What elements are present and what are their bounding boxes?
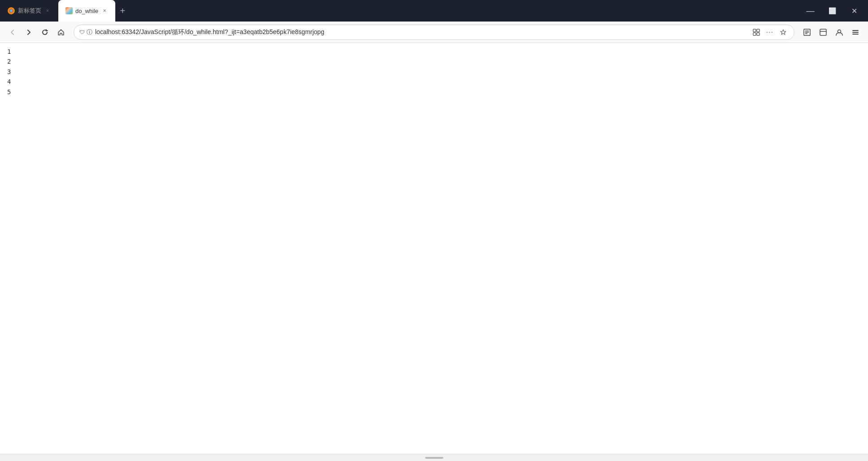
account-button[interactable] (832, 25, 846, 39)
titlebar: 新标签页 × do_while × + — ⬜ ✕ (0, 0, 868, 22)
bookmarks-library-button[interactable] (800, 25, 814, 39)
close-button[interactable]: ✕ (844, 0, 864, 22)
toolbar-right (800, 25, 863, 39)
home-button[interactable] (54, 25, 68, 39)
restore-button[interactable]: ⬜ (822, 0, 842, 22)
bookmark-star-icon (780, 29, 787, 36)
menu-button[interactable] (848, 25, 863, 39)
svg-point-3 (10, 10, 13, 12)
forward-button[interactable] (22, 25, 36, 39)
more-options-icon: ··· (766, 28, 773, 36)
back-button[interactable] (5, 25, 20, 39)
ws-icon (65, 7, 73, 14)
svg-rect-4 (753, 29, 756, 32)
line-2: 2 (7, 57, 861, 66)
reload-icon (41, 29, 48, 36)
tab-view-icon (819, 28, 827, 36)
forward-icon (25, 29, 32, 36)
info-icon: ⓘ (87, 28, 92, 36)
bookmark-button[interactable] (778, 27, 789, 38)
extensions-button[interactable] (751, 27, 762, 38)
tab-dowhile-close[interactable]: × (101, 7, 108, 14)
address-right-controls: ··· (751, 27, 789, 38)
svg-rect-7 (757, 33, 759, 35)
navbar: 🛡 ⓘ ··· (0, 22, 868, 43)
tab-dowhile-label: do_while (75, 8, 98, 14)
svg-rect-12 (820, 29, 826, 35)
menu-icon (851, 28, 859, 36)
bookmarks-icon (803, 28, 811, 36)
home-icon (57, 29, 65, 36)
svg-rect-6 (753, 33, 756, 35)
minimize-button[interactable]: — (800, 0, 820, 22)
new-tab-button[interactable]: + (115, 4, 130, 18)
output-numbers: 1 2 3 4 5 (7, 47, 861, 97)
more-options-button[interactable]: ··· (764, 27, 775, 38)
address-input[interactable] (95, 29, 751, 36)
back-icon (9, 29, 16, 36)
address-bar[interactable]: 🛡 ⓘ ··· (74, 25, 794, 40)
line-3: 3 (7, 67, 861, 77)
window-controls: — ⬜ ✕ (800, 0, 868, 22)
bottom-bar (0, 454, 868, 461)
scroll-indicator (425, 457, 443, 459)
extensions-icon (753, 29, 760, 36)
tab-view-button[interactable] (816, 25, 830, 39)
line-4: 4 (7, 77, 861, 87)
line-1: 1 (7, 47, 861, 57)
tab-newtab-close[interactable]: × (44, 7, 51, 14)
security-shield-icon: 🛡 (79, 29, 85, 35)
page-content: 1 2 3 4 5 (0, 43, 868, 454)
tab-dowhile[interactable]: do_while × (58, 0, 115, 22)
account-icon (835, 28, 843, 36)
svg-rect-5 (757, 29, 759, 32)
firefox-icon (7, 7, 15, 15)
tab-newtab-label: 新标签页 (18, 7, 41, 15)
reload-button[interactable] (38, 25, 52, 39)
tab-list: 新标签页 × do_while × + (0, 0, 800, 22)
line-5: 5 (7, 87, 861, 97)
tab-newtab[interactable]: 新标签页 × (0, 0, 58, 22)
